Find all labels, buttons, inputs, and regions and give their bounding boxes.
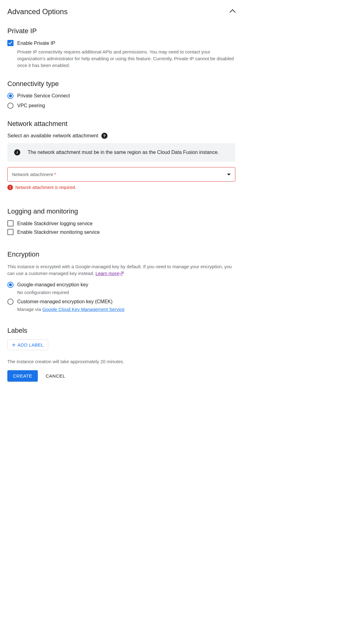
- stackdriver-logging-checkbox[interactable]: [7, 220, 14, 226]
- encryption-learn-more-link[interactable]: Learn more: [96, 271, 123, 276]
- cancel-button[interactable]: CANCEL: [40, 370, 71, 382]
- network-attachment-info-box: i The network attachment must be in the …: [7, 143, 235, 162]
- network-attachment-field-label: Network attachment: [12, 172, 53, 177]
- stackdriver-monitoring-label: Enable Stackdriver monitoring service: [17, 229, 100, 236]
- cmek-sub: Manage via Google Cloud Key Management S…: [17, 307, 235, 312]
- add-label-button[interactable]: + ADD LABEL: [7, 340, 48, 350]
- create-button[interactable]: CREATE: [7, 370, 38, 382]
- private-ip-heading: Private IP: [7, 27, 235, 35]
- error-icon: !: [7, 185, 13, 190]
- google-managed-key-sub: No configuration required: [17, 290, 235, 295]
- connectivity-psc-radio[interactable]: [7, 93, 14, 99]
- connectivity-psc-label: Private Service Connect: [17, 93, 70, 99]
- private-ip-help-text: Private IP connectivity requires additio…: [17, 49, 235, 69]
- connectivity-vpc-radio[interactable]: [7, 103, 14, 109]
- kms-link[interactable]: Google Cloud Key Management Service: [42, 307, 125, 312]
- connectivity-vpc-label: VPC peering: [17, 103, 45, 108]
- required-asterisk: *: [54, 172, 56, 177]
- network-attachment-error-text: Network attachment is required.: [15, 185, 76, 190]
- google-managed-key-label: Google-managed encryption key: [17, 282, 88, 288]
- network-attachment-prompt: Select an available network attachment: [7, 133, 98, 139]
- external-link-icon: [120, 272, 123, 275]
- help-icon[interactable]: ?: [101, 133, 108, 139]
- plus-icon: +: [12, 343, 16, 347]
- advanced-options-header[interactable]: Advanced Options: [7, 7, 235, 16]
- stackdriver-logging-label: Enable Stackdriver logging service: [17, 220, 92, 227]
- encryption-heading: Encryption: [7, 250, 235, 258]
- connectivity-type-heading: Connectivity type: [7, 80, 235, 88]
- advanced-options-title: Advanced Options: [7, 7, 68, 16]
- encryption-description: This instance is encrypted with a Google…: [7, 263, 235, 277]
- network-attachment-heading: Network attachment: [7, 120, 235, 128]
- creation-time-note: The instance creation will take approxim…: [7, 359, 235, 364]
- chevron-up-icon[interactable]: [230, 9, 235, 14]
- stackdriver-monitoring-checkbox[interactable]: [7, 229, 14, 235]
- dropdown-caret-icon: [227, 174, 231, 175]
- logging-heading: Logging and monitoring: [7, 207, 235, 215]
- cmek-radio[interactable]: [7, 299, 14, 305]
- network-attachment-error: ! Network attachment is required.: [7, 185, 235, 190]
- google-managed-key-radio[interactable]: [7, 282, 14, 288]
- network-attachment-select[interactable]: Network attachment *: [7, 167, 235, 182]
- labels-heading: Labels: [7, 327, 235, 335]
- info-icon: i: [14, 149, 20, 155]
- enable-private-ip-checkbox[interactable]: [7, 40, 14, 46]
- network-attachment-info-text: The network attachment must be in the sa…: [28, 149, 219, 156]
- enable-private-ip-label: Enable Private IP: [17, 40, 55, 47]
- cmek-label: Customer-managed encryption key (CMEK): [17, 299, 112, 304]
